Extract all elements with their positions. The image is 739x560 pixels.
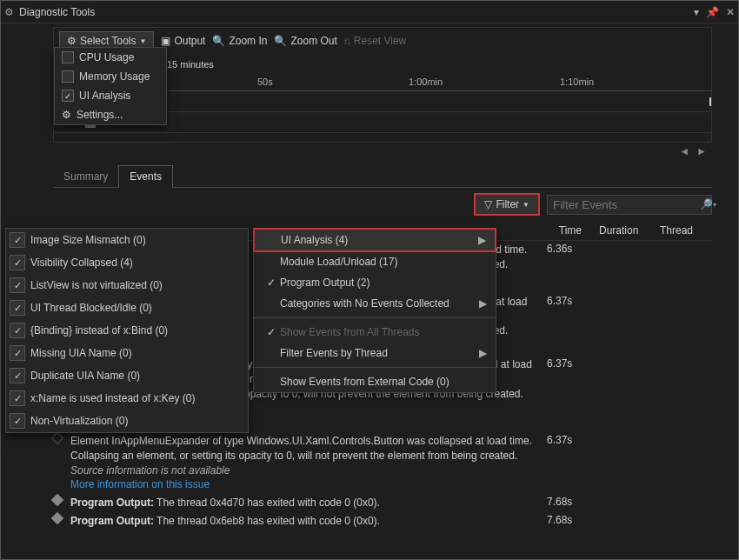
ua-non-virtualization[interactable]: Non-Virtualization (0): [6, 410, 248, 432]
event-diamond-icon: [51, 432, 63, 444]
checkbox-checked-icon: [62, 90, 74, 102]
gear-icon: ⚙: [67, 35, 77, 47]
gear-icon[interactable]: ⚙: [4, 6, 14, 18]
filter-bar: ▽ Filter ▼ 🔎 ▾: [53, 188, 712, 221]
ua-binding-xbind[interactable]: {Binding} instead of x:Bind (0): [6, 319, 248, 342]
checkbox-checked-icon: [10, 413, 25, 429]
checkbox-checked-icon: [10, 323, 25, 338]
pager: ◄ ►: [53, 143, 712, 160]
event-diamond-icon: [51, 512, 63, 524]
reset-icon: ⎌: [344, 35, 350, 47]
menu-cpu-usage[interactable]: CPU Usage: [55, 48, 166, 67]
tabs: Summary Events: [53, 165, 712, 188]
chevron-down-icon: ▼: [523, 201, 529, 209]
close-icon[interactable]: ✕: [726, 6, 735, 18]
filter-module-load[interactable]: Module Load/Unload (17): [254, 251, 496, 272]
output-button[interactable]: ▣ Output: [161, 35, 205, 47]
filter-ui-analysis[interactable]: UI Analysis (4) ▶: [253, 228, 496, 252]
checkbox-checked-icon: [10, 390, 25, 406]
checkbox-checked-icon: [10, 277, 25, 293]
menu-ui-analysis[interactable]: UI Analysis: [55, 86, 166, 105]
select-tools-menu: CPU Usage Memory Usage UI Analysis ⚙ Set…: [54, 47, 167, 125]
window-title: Diagnostic Tools: [19, 6, 694, 18]
zoom-in-icon: 🔍: [212, 35, 225, 47]
timeline-ruler: 40s 50s 1:00min 1:10min: [106, 74, 711, 91]
prev-icon[interactable]: ◄: [679, 145, 689, 157]
reset-view-button[interactable]: ⎌ Reset View: [344, 35, 406, 47]
filter-external-code[interactable]: Show Events from External Code (0): [254, 371, 496, 392]
output-icon: ▣: [161, 35, 170, 47]
chevron-right-icon: ▶: [479, 347, 487, 359]
filter-program-output[interactable]: ✓ Program Output (2): [254, 272, 496, 293]
zoom-in-button[interactable]: 🔍 Zoom In: [212, 35, 267, 47]
filter-no-events[interactable]: Categories with No Events Collected ▶: [254, 293, 496, 314]
filter-by-thread[interactable]: Filter Events by Thread ▶: [254, 343, 496, 363]
table-row[interactable]: Program Output: The thread 0x6eb8 has ex…: [53, 512, 712, 530]
ua-visibility-collapsed[interactable]: Visibility Collapsed (4): [6, 251, 248, 274]
ua-missing-uia[interactable]: Missing UIA Name (0): [6, 342, 248, 364]
chevron-down-icon: ▼: [139, 37, 146, 45]
table-row[interactable]: Program Output: The thread 0x4d70 has ex…: [53, 494, 712, 512]
filter-all-threads: ✓ Show Events from All Threads: [254, 322, 496, 343]
timeline-title: 15 minutes: [167, 59, 214, 70]
separator: [254, 367, 496, 368]
pin-icon[interactable]: 📌: [706, 6, 719, 18]
ua-ui-thread-blocked[interactable]: UI Thread Blocked/Idle (0): [6, 297, 248, 319]
search-icon[interactable]: 🔎: [700, 198, 713, 210]
filter-button[interactable]: ▽ Filter ▼: [474, 193, 540, 216]
checkbox-checked-icon: [10, 345, 25, 361]
chevron-right-icon: ▶: [479, 297, 487, 310]
checkbox-checked-icon: [10, 368, 25, 383]
separator: [254, 317, 496, 318]
window-controls: ▾ 📌 ✕: [694, 6, 735, 18]
zoom-out-icon: 🔍: [274, 35, 287, 47]
title-bar: ⚙ Diagnostic Tools ▾ 📌 ✕: [1, 1, 738, 23]
checkbox-checked-icon: [10, 255, 25, 270]
zoom-out-button[interactable]: 🔍 Zoom Out: [274, 35, 336, 47]
checkbox-icon: [62, 51, 74, 63]
more-info-link[interactable]: More information on this issue: [70, 477, 547, 492]
chevron-right-icon: ▶: [478, 234, 486, 246]
menu-settings[interactable]: ⚙ Settings...: [55, 105, 166, 124]
tab-events[interactable]: Events: [118, 165, 173, 188]
filter-icon: ▽: [484, 198, 492, 210]
table-row[interactable]: Element InAppMenuExpander of type Window…: [53, 432, 712, 494]
ua-image-size[interactable]: Image Size Mismatch (0): [6, 229, 248, 251]
filter-menu: UI Analysis (4) ▶ Module Load/Unload (17…: [253, 228, 496, 393]
filter-events-input[interactable]: [553, 198, 700, 211]
checkbox-checked-icon: [10, 232, 25, 248]
tab-summary[interactable]: Summary: [53, 165, 118, 187]
ui-analysis-submenu: Image Size Mismatch (0) Visibility Colla…: [5, 228, 249, 433]
ua-xname-xkey[interactable]: x:Name is used instead of x:Key (0): [6, 387, 248, 410]
checkbox-checked-icon: [10, 300, 25, 316]
check-icon: ✓: [263, 277, 280, 289]
ua-duplicate-uia[interactable]: Duplicate UIA Name (0): [6, 364, 248, 387]
checkbox-icon: [62, 70, 74, 83]
next-icon[interactable]: ►: [696, 145, 707, 157]
ua-listview-virtualized[interactable]: ListView is not virtualized (0): [6, 274, 248, 297]
gear-icon: ⚙: [62, 109, 71, 121]
event-diamond-icon: [51, 494, 63, 506]
check-icon: ✓: [263, 326, 280, 338]
menu-memory-usage[interactable]: Memory Usage: [55, 67, 166, 86]
chevron-down-icon[interactable]: ▾: [713, 201, 716, 209]
dropdown-icon[interactable]: ▾: [694, 6, 699, 18]
